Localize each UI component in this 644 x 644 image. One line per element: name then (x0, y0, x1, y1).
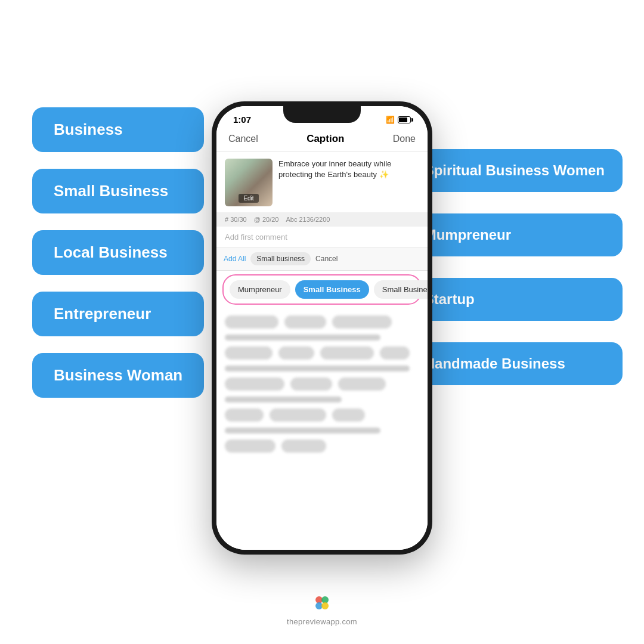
brand-logo-icon (314, 595, 330, 611)
brand-url: thepreviewapp.com (287, 617, 357, 626)
tag-startup[interactable]: Startup (407, 278, 623, 321)
chip-small-business-o[interactable]: Small Business O (374, 280, 428, 299)
post-thumbnail[interactable]: Edit (225, 159, 273, 206)
wifi-icon: 📶 (386, 116, 395, 124)
tag-business[interactable]: Business (32, 107, 204, 152)
status-icons: 📶 (386, 116, 411, 124)
phone-screen-area: 1:07 📶 Cancel Caption Done (216, 106, 428, 550)
comment-area[interactable]: Add first comment (216, 227, 428, 247)
toolbar-cancel-button[interactable]: Cancel (315, 255, 338, 263)
caption-cancel-button[interactable]: Cancel (228, 134, 258, 144)
notch (283, 106, 361, 123)
char-count: Abc 2136/2200 (286, 216, 330, 223)
phone-frame: 1:07 📶 Cancel Caption Done (212, 101, 432, 555)
main-scene: Business Small Business Local Business E… (0, 0, 644, 644)
blurred-hashtag-list (216, 308, 428, 550)
caption-title: Caption (306, 133, 344, 145)
phone-screen-content: 1:07 📶 Cancel Caption Done (216, 106, 428, 550)
post-caption: Embrace your inner beauty while protecti… (278, 159, 419, 206)
chip-small-business[interactable]: Small Business (295, 280, 369, 299)
tag-mumpreneur[interactable]: Mumpreneur (407, 213, 623, 256)
battery-icon (398, 116, 411, 123)
branding-footer: thepreviewapp.com (287, 595, 357, 626)
tag-row-highlighted: Mumpreneur Small Business Small Business… (222, 274, 422, 305)
caption-bar: Cancel Caption Done (216, 128, 428, 151)
hashtag-count: # 30/30 (225, 216, 247, 223)
caption-meta: # 30/30 @ 20/20 Abc 2136/2200 (216, 212, 428, 227)
post-preview: Edit Embrace your inner beauty while pro… (216, 151, 428, 212)
tag-entrepreneur[interactable]: Entrepreneur (32, 292, 204, 336)
caption-done-button[interactable]: Done (393, 134, 416, 144)
left-tag-list: Business Small Business Local Business E… (32, 107, 204, 398)
mention-count: @ 20/20 (254, 216, 279, 223)
tag-local-business[interactable]: Local Business (32, 230, 204, 275)
chip-mumpreneur[interactable]: Mumpreneur (230, 280, 290, 299)
add-all-button[interactable]: Add All (224, 255, 246, 263)
status-time: 1:07 (233, 114, 251, 125)
hashtag-toolbar: Add All Small business Cancel (216, 247, 428, 271)
tag-business-woman[interactable]: Business Woman (32, 353, 204, 398)
tag-handmade-business[interactable]: Handmade Business (407, 342, 623, 385)
edit-label[interactable]: Edit (239, 194, 258, 203)
svg-point-3 (321, 602, 329, 609)
comment-placeholder: Add first comment (225, 233, 287, 242)
status-bar: 1:07 📶 (216, 106, 428, 128)
tag-small-business[interactable]: Small Business (32, 169, 204, 213)
tag-spiritual-business-women[interactable]: Spiritual Business Women (407, 149, 623, 192)
right-tag-list: Spiritual Business Women Mumpreneur Star… (407, 149, 623, 385)
phone-mockup: 1:07 📶 Cancel Caption Done (212, 101, 432, 555)
small-business-filter[interactable]: Small business (250, 252, 311, 265)
